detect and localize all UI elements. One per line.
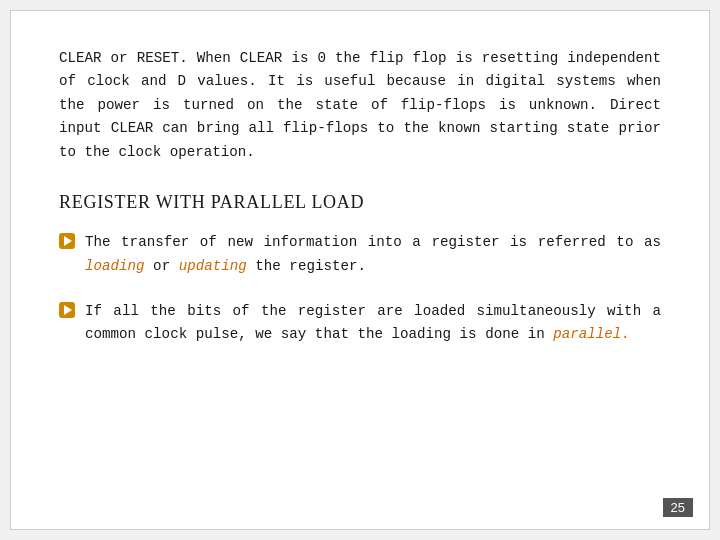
bullet-icon-2 <box>59 302 75 318</box>
slide-number: 25 <box>663 498 693 517</box>
bullet-text-2: If all the bits of the register are load… <box>85 300 661 347</box>
section-heading: Register with parallel load <box>59 192 661 213</box>
bullet1-text-after: the register. <box>247 258 366 274</box>
slide: CLEAR or RESET. When CLEAR is 0 the flip… <box>10 10 710 530</box>
intro-paragraph: CLEAR or RESET. When CLEAR is 0 the flip… <box>59 47 661 164</box>
bullet-icon-1 <box>59 233 75 249</box>
bullet1-italic2: updating <box>179 258 247 274</box>
bullet2-italic: parallel. <box>553 326 630 342</box>
bullet-item-1: The transfer of new information into a r… <box>59 231 661 278</box>
bullet1-text-before: The transfer of new information into a r… <box>85 234 661 250</box>
bullet-item-2: If all the bits of the register are load… <box>59 300 661 347</box>
bullet1-italic1: loading <box>85 258 145 274</box>
bullet-text-1: The transfer of new information into a r… <box>85 231 661 278</box>
bullet1-text-middle: or <box>145 258 179 274</box>
